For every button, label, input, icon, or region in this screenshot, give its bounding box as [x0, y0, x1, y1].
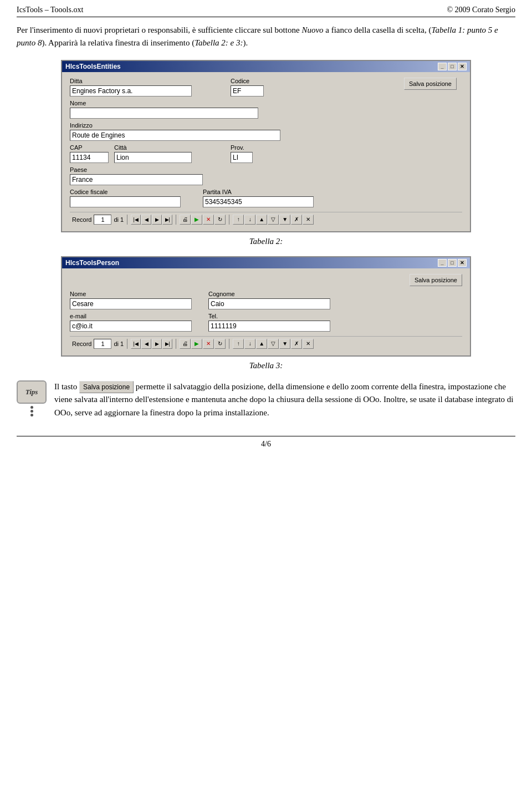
- filter-buttons-3: ↑ ↓ ▲ ▽ ▼ ✗ ✕: [233, 339, 314, 349]
- close-filter-btn[interactable]: ✕: [303, 215, 314, 225]
- person-title: HIcsToolsPerson: [65, 259, 119, 267]
- entities-row-3: Indirizzo: [70, 122, 462, 141]
- salva-posizione-button-3[interactable]: Salva posizione: [410, 274, 462, 286]
- sort-down-btn[interactable]: ▽: [268, 215, 279, 225]
- close-button-3[interactable]: ✕: [458, 259, 467, 267]
- delete-btn-3[interactable]: ✕: [203, 339, 214, 349]
- refresh-btn-3[interactable]: ↻: [214, 339, 226, 349]
- person-titlebar-buttons: _ □ ✕: [438, 259, 467, 267]
- person-row-2: e-mail Tel.: [70, 313, 462, 332]
- sort-up-btn[interactable]: ▲: [256, 215, 267, 225]
- header-right: © 2009 Corato Sergio: [447, 6, 515, 14]
- filter-up-btn-3[interactable]: ↑: [233, 339, 244, 349]
- person-titlebar: HIcsToolsPerson _ □ ✕: [62, 257, 470, 268]
- filter-down-btn-3[interactable]: ↓: [244, 339, 255, 349]
- filter-up-btn[interactable]: ↑: [233, 215, 244, 225]
- sep3-3: [229, 339, 229, 349]
- intro-paragraph: Per l'inserimento di nuovi proprietari o…: [17, 24, 515, 50]
- print-btn[interactable]: 🖨: [180, 215, 191, 225]
- nav-prev-btn-3[interactable]: ◀: [141, 339, 151, 349]
- record-label-3: Record: [72, 340, 91, 347]
- entities-titlebar-buttons: _ □ ✕: [438, 63, 467, 70]
- sort-down-btn-3[interactable]: ▽: [268, 339, 279, 349]
- table2-caption: Tabella 2:: [17, 237, 515, 246]
- action-buttons-1: 🖨 ▶ ✕ ↻: [180, 215, 226, 225]
- nav-next-btn-3[interactable]: ▶: [152, 339, 162, 349]
- entities-dialog: HIcsToolsEntities _ □ ✕ Ditta Codice Sal…: [61, 60, 471, 232]
- cognome-label: Cognome: [208, 291, 330, 297]
- entities-row-5: Paese: [70, 166, 462, 185]
- record-number-3[interactable]: [94, 339, 111, 349]
- filter-btn-3[interactable]: ▼: [279, 339, 290, 349]
- sort-up-btn-3[interactable]: ▲: [256, 339, 267, 349]
- person-nome-input[interactable]: [70, 298, 192, 309]
- clear-filter-btn-3[interactable]: ✗: [291, 339, 302, 349]
- nome-input[interactable]: [70, 108, 258, 119]
- nav-last-btn[interactable]: ▶|: [162, 215, 172, 225]
- action-buttons-3: 🖨 ▶ ✕ ↻: [180, 339, 226, 349]
- codice-fiscale-input[interactable]: [70, 196, 181, 207]
- tips-dots: [30, 406, 33, 416]
- paese-input[interactable]: [70, 174, 203, 185]
- new-btn-3[interactable]: ▶: [191, 339, 202, 349]
- tel-input[interactable]: [208, 321, 330, 332]
- person-nome-label: Nome: [70, 291, 192, 297]
- page-footer: 4/6: [17, 436, 515, 449]
- person-body: Salva posizione Nome Cognome e-mail Tel.: [62, 268, 470, 355]
- salva-posizione-button-1[interactable]: Salva posizione: [404, 78, 457, 90]
- filter-btn[interactable]: ▼: [279, 215, 290, 225]
- page-header: IcsTools – Toools.oxt © 2009 Corato Serg…: [17, 6, 515, 17]
- nav-next-btn[interactable]: ▶: [152, 215, 162, 225]
- nav-last-btn-3[interactable]: ▶|: [162, 339, 172, 349]
- tips-badge: Tips: [17, 380, 47, 416]
- codice-fiscale-label: Codice fiscale: [70, 189, 181, 195]
- tips-section: Tips Il tasto Salva posizione permette i…: [17, 380, 515, 419]
- close-filter-btn-3[interactable]: ✕: [303, 339, 314, 349]
- page-number: 4/6: [261, 440, 271, 448]
- indirizzo-input[interactable]: [70, 130, 280, 141]
- minimize-button[interactable]: _: [438, 63, 447, 70]
- cap-input[interactable]: [70, 152, 109, 163]
- paese-label: Paese: [70, 166, 203, 173]
- nav-first-btn[interactable]: |◀: [131, 215, 141, 225]
- record-number-1[interactable]: [94, 215, 111, 225]
- citta-input[interactable]: [114, 152, 192, 163]
- cognome-input[interactable]: [208, 298, 330, 309]
- entities-row-1: Ditta Codice Salva posizione: [70, 78, 462, 96]
- refresh-btn[interactable]: ↻: [214, 215, 226, 225]
- entities-row-4: CAP Città Prov.: [70, 144, 462, 163]
- person-dialog: HIcsToolsPerson _ □ ✕ Salva posizione No…: [61, 256, 471, 357]
- salva-inline-btn: Salva posizione: [79, 381, 134, 394]
- email-input[interactable]: [70, 321, 192, 332]
- record-label-1: Record: [72, 216, 91, 223]
- nav-first-btn-3[interactable]: |◀: [131, 339, 141, 349]
- ditta-input[interactable]: [70, 85, 192, 96]
- nome-label: Nome: [70, 100, 258, 106]
- close-button[interactable]: ✕: [458, 63, 467, 70]
- prov-input[interactable]: [231, 152, 253, 163]
- tips-dot-3: [30, 414, 33, 416]
- filter-down-btn[interactable]: ↓: [244, 215, 255, 225]
- nav-prev-btn[interactable]: ◀: [141, 215, 151, 225]
- codice-label: Codice: [231, 78, 264, 84]
- di-label-3: di 1: [114, 340, 124, 347]
- minimize-button-3[interactable]: _: [438, 259, 447, 267]
- prov-group: Prov.: [231, 144, 253, 163]
- print-btn-3[interactable]: 🖨: [180, 339, 191, 349]
- prov-label: Prov.: [231, 144, 253, 151]
- new-btn[interactable]: ▶: [191, 215, 202, 225]
- sep1-3: [127, 339, 127, 349]
- di-label-1: di 1: [114, 216, 124, 223]
- clear-filter-btn[interactable]: ✗: [291, 215, 302, 225]
- tel-group: Tel.: [208, 313, 330, 332]
- maximize-button-3[interactable]: □: [448, 259, 457, 267]
- partita-iva-input[interactable]: [203, 196, 314, 207]
- header-left: IcsTools – Toools.oxt: [17, 6, 83, 14]
- codice-input[interactable]: [231, 85, 264, 96]
- sep2-3: [176, 339, 176, 349]
- maximize-button[interactable]: □: [448, 63, 457, 70]
- cognome-group: Cognome: [208, 291, 330, 309]
- delete-btn[interactable]: ✕: [203, 215, 214, 225]
- person-record-bar: Record di 1 |◀ ◀ ▶ ▶| 🖨 ▶ ✕ ↻ ↑ ↓ ▲: [70, 336, 462, 351]
- entities-record-bar: Record di 1 |◀ ◀ ▶ ▶| 🖨 ▶ ✕ ↻ ↑ ↓ ▲: [70, 212, 462, 227]
